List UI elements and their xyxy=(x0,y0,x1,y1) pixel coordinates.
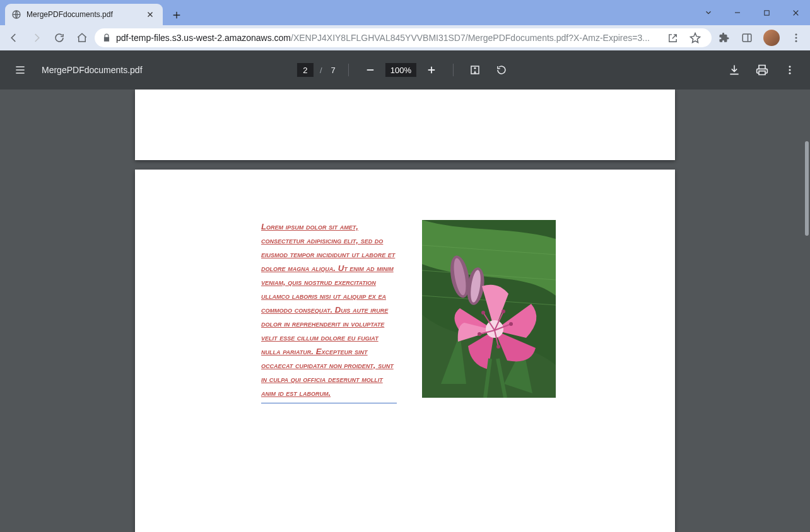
rotate-icon[interactable] xyxy=(490,59,513,81)
page-number-input[interactable] xyxy=(297,63,314,77)
svg-rect-2 xyxy=(742,34,751,42)
svg-point-24 xyxy=(478,332,481,336)
toolbar-divider xyxy=(348,64,349,76)
pdf-filename: MergePDFdocuments.pdf xyxy=(42,65,143,75)
pdf-toolbar-center: / 7 100% xyxy=(297,59,513,81)
zoom-in-button[interactable] xyxy=(420,59,443,81)
vertical-scrollbar[interactable] xyxy=(805,141,809,236)
pdf-pages-container: Lorem ipsum dolor sit amet, consectetur … xyxy=(0,90,810,532)
browser-titlebar: MergePDFdocuments.pdf xyxy=(0,0,810,25)
url-host: pdf-temp-files.s3.us-west-2.amazonaws.co… xyxy=(116,33,291,43)
svg-point-3 xyxy=(795,33,797,35)
back-button[interactable] xyxy=(4,28,24,48)
browser-tab[interactable]: MergePDFdocuments.pdf xyxy=(5,4,163,25)
fit-page-icon[interactable] xyxy=(464,59,486,81)
page-separator: / xyxy=(317,66,325,75)
maximize-button[interactable] xyxy=(752,3,781,22)
svg-point-8 xyxy=(789,69,791,71)
new-tab-button[interactable] xyxy=(168,6,185,24)
svg-point-23 xyxy=(509,322,513,326)
minimize-button[interactable] xyxy=(723,3,752,22)
pdf-page-2: Lorem ipsum dolor sit amet, consectetur … xyxy=(135,170,675,532)
download-icon[interactable] xyxy=(723,59,746,81)
forward-button[interactable] xyxy=(26,28,47,48)
svg-point-22 xyxy=(502,309,505,313)
home-button[interactable] xyxy=(72,28,92,48)
lorem-paragraph: Lorem ipsum dolor sit amet, consectetur … xyxy=(261,220,397,403)
tab-title: MergePDFdocuments.pdf xyxy=(26,10,139,19)
svg-point-25 xyxy=(496,345,500,349)
svg-point-5 xyxy=(795,40,797,42)
svg-point-7 xyxy=(789,66,791,67)
pdf-toolbar: MergePDFdocuments.pdf / 7 100% xyxy=(0,50,810,90)
flower-image xyxy=(422,220,556,398)
close-window-button[interactable] xyxy=(781,3,810,22)
pdf-toolbar-right xyxy=(723,59,801,81)
svg-point-21 xyxy=(481,311,485,315)
url-path: /XENPJ4XIY8LFLGHVAL845YVVBMI31SD7/MergeP… xyxy=(291,33,650,43)
zoom-out-button[interactable] xyxy=(359,59,382,81)
page2-content: Lorem ipsum dolor sit amet, consectetur … xyxy=(179,220,631,403)
toolbar-divider xyxy=(453,64,454,76)
browser-address-bar: pdf-temp-files.s3.us-west-2.amazonaws.co… xyxy=(0,25,810,50)
svg-point-9 xyxy=(789,72,791,74)
svg-point-4 xyxy=(795,37,797,39)
omnibox[interactable]: pdf-temp-files.s3.us-west-2.amazonaws.co… xyxy=(95,28,712,47)
sidepanel-icon[interactable] xyxy=(737,28,757,48)
globe-icon xyxy=(11,9,21,20)
svg-rect-1 xyxy=(764,10,768,14)
lock-icon xyxy=(102,33,111,42)
bookmark-star-icon[interactable] xyxy=(686,29,704,47)
window-controls xyxy=(694,0,810,25)
total-pages: 7 xyxy=(329,66,338,75)
print-icon[interactable] xyxy=(751,59,773,81)
chevron-down-icon[interactable] xyxy=(694,3,723,22)
tab-close-icon[interactable] xyxy=(144,11,156,18)
reload-button[interactable] xyxy=(49,28,69,48)
profile-avatar[interactable] xyxy=(763,30,780,46)
share-icon[interactable] xyxy=(664,29,681,47)
url-text: pdf-temp-files.s3.us-west-2.amazonaws.co… xyxy=(116,33,659,43)
extensions-icon[interactable] xyxy=(714,28,734,48)
zoom-level[interactable]: 100% xyxy=(385,63,416,77)
pdf-more-icon[interactable] xyxy=(778,59,801,81)
hamburger-menu-icon[interactable] xyxy=(9,59,32,81)
pdf-page-1-tail xyxy=(135,90,675,160)
chrome-menu-icon[interactable] xyxy=(786,28,806,48)
pdf-viewport[interactable]: Lorem ipsum dolor sit amet, consectetur … xyxy=(0,90,810,532)
